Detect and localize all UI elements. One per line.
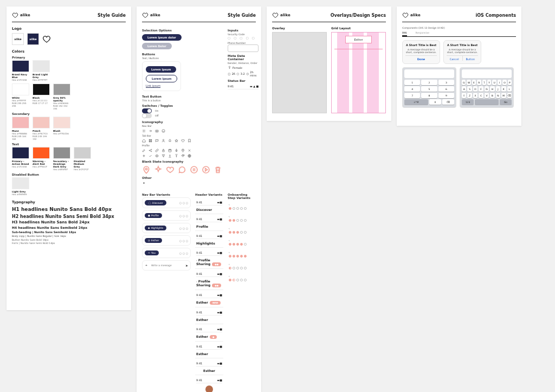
section-selection: Selection Options	[142, 29, 222, 32]
plus-icon[interactable]: ＋	[145, 263, 148, 268]
gender-icon	[228, 66, 231, 69]
key-7[interactable]: 7	[404, 93, 420, 98]
key-S[interactable]: S	[467, 86, 472, 92]
nav-variant-2[interactable]: ●Profile○ ○ ○	[142, 210, 191, 221]
text-button-example[interactable]: This is a button	[142, 99, 222, 102]
header-you: 9:41▬■Sara	[195, 375, 223, 392]
edit-icon	[142, 149, 146, 152]
toggle-off[interactable]	[142, 113, 152, 118]
key-L[interactable]: L	[507, 86, 512, 92]
ios-subtitle: Components (iOS 13 Design UI Kit)	[402, 27, 516, 29]
key-F[interactable]: F	[479, 86, 483, 92]
selection-pill-active[interactable]: Lorem ipsum dolor	[142, 34, 182, 41]
key-Q[interactable]: Q	[462, 80, 466, 85]
key-space[interactable]	[475, 99, 499, 105]
meta-row-gender: Female	[228, 66, 259, 69]
alert-confirm-button[interactable]: Button	[463, 56, 479, 61]
key-M[interactable]: M	[501, 93, 506, 98]
alert-title: A Short Title is Best	[405, 43, 437, 47]
nav-variant-3[interactable]: ◆Highlights○ ○ ○	[142, 223, 191, 233]
key-E[interactable]: E	[472, 80, 476, 85]
key-8[interactable]: 8	[421, 93, 437, 98]
key-2[interactable]: 2	[421, 80, 437, 85]
key-N[interactable]: N	[496, 93, 500, 98]
swatch-lightgrey: Brand Light GreyHex #E7E7E7	[33, 60, 50, 81]
key-B[interactable]: B	[490, 93, 494, 98]
avatar	[205, 385, 213, 392]
key-1[interactable]: 1	[404, 80, 420, 85]
input-security-code[interactable]: ○ ○ ○ ○ ○	[228, 36, 259, 40]
key-O[interactable]: O	[502, 80, 506, 85]
keyboard-display	[404, 69, 454, 78]
svg-point-16	[157, 156, 158, 157]
key-Go[interactable]: Go	[500, 99, 512, 105]
onb-step-4: ‹	[228, 236, 256, 248]
section-iconography: Iconography	[142, 120, 222, 124]
key-X[interactable]: X	[473, 93, 477, 98]
key-⌫[interactable]: ⌫	[507, 93, 512, 98]
key-Y[interactable]: Y	[487, 80, 491, 85]
key-D[interactable]: D	[473, 86, 477, 92]
key-U[interactable]: U	[492, 80, 496, 85]
key-⇧[interactable]: ⇧	[462, 93, 466, 98]
key-+*#[interactable]: +*#	[404, 99, 428, 105]
key-J[interactable]: J	[496, 86, 500, 92]
key-⌫[interactable]: ⌫	[442, 99, 454, 105]
key-0[interactable]: 0	[429, 99, 441, 105]
swatch-navy: Brand Navy BlueHex #1F2348	[12, 60, 29, 81]
swatch-black: BlackHex #111111 RGB 17 17 17	[33, 83, 50, 110]
svg-point-0	[144, 131, 145, 132]
bookmark-icon	[188, 139, 191, 143]
key-G[interactable]: G	[485, 86, 489, 92]
key-6[interactable]: 6	[438, 86, 454, 92]
heart-icon	[402, 12, 409, 18]
button-link[interactable]: Link ipsum	[146, 84, 160, 87]
key-123[interactable]: 123	[462, 99, 474, 105]
eye-icon	[155, 154, 159, 158]
bell-icon	[168, 139, 172, 143]
chat-bubble-icon	[178, 165, 186, 174]
svg-point-3	[162, 130, 165, 132]
key-5[interactable]: 5	[421, 86, 437, 92]
key-W[interactable]: W	[467, 80, 470, 85]
section-meta: Meta Data Container	[228, 54, 259, 61]
button-outline[interactable]: Lorem ipsum	[146, 75, 177, 82]
link-icon	[155, 149, 159, 152]
key-C[interactable]: C	[479, 93, 483, 98]
key-Z[interactable]: Z	[467, 93, 472, 98]
send-icon[interactable]: ➤	[185, 264, 188, 267]
message-field[interactable]	[150, 264, 183, 267]
key-I[interactable]: I	[498, 80, 501, 85]
home-icon	[142, 139, 146, 143]
key-4[interactable]: 4	[404, 86, 420, 92]
nav-message-input[interactable]: ＋ ➤	[142, 260, 191, 271]
section-typography: Typography	[12, 200, 126, 204]
key-K[interactable]: K	[501, 86, 506, 92]
key-T[interactable]: T	[482, 80, 486, 85]
key-P[interactable]: P	[508, 80, 512, 85]
key-V[interactable]: V	[485, 93, 489, 98]
toggle-on[interactable]	[142, 108, 152, 113]
header-esther-center: 9:41▬■Esther	[195, 358, 223, 375]
button-primary[interactable]: Lorem ipsum	[146, 66, 176, 73]
tab-responsive[interactable]: Responsive	[416, 31, 430, 36]
input-phone[interactable]	[228, 44, 259, 52]
swatch-blush: BlushHex #F7DCD6	[53, 117, 70, 140]
key-A[interactable]: A	[462, 86, 466, 92]
nav-variant-5[interactable]: ☼You○ ○ ○	[142, 248, 191, 258]
selection-pill-inactive[interactable]: Lorem Dolor	[142, 43, 172, 49]
nav-variant-1[interactable]: Discover○ ○ ○	[142, 197, 191, 208]
type-h4: H4 headlines Nunito Sans Semibold 24px	[12, 226, 126, 229]
key-9[interactable]: 9	[438, 93, 454, 98]
alert-done-button[interactable]: Done	[405, 55, 437, 61]
key-R[interactable]: R	[477, 80, 481, 85]
svg-point-22	[229, 66, 230, 67]
tab-ios[interactable]: iOS	[402, 31, 407, 36]
key-3[interactable]: 3	[438, 80, 454, 85]
nav-variant-4[interactable]: ◷Esther○ ○ ○	[142, 235, 191, 246]
heart-icon	[142, 12, 149, 18]
alert-cancel-button[interactable]: Cancel	[447, 56, 463, 61]
overlay-preview	[272, 32, 327, 113]
key-H[interactable]: H	[490, 86, 494, 92]
dot-icon	[142, 181, 146, 185]
